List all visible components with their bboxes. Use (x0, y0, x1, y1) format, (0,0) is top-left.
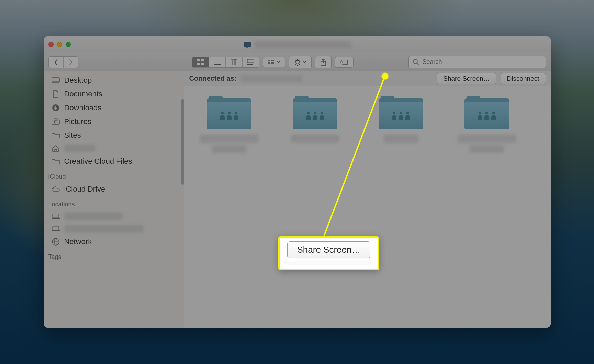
svg-point-18 (296, 60, 299, 64)
globe-icon (51, 238, 60, 246)
gear-icon (294, 59, 301, 66)
shared-folder-icon (464, 96, 509, 130)
close-button[interactable] (48, 42, 54, 47)
window-controls (48, 42, 71, 47)
redacted-label (384, 135, 418, 143)
icon-view-button[interactable] (192, 57, 209, 67)
desktop-icon (51, 77, 60, 84)
finder-window: Desktop Documents Downloads Pictures Sit… (44, 36, 551, 328)
sidebar-item-location-2[interactable] (44, 223, 184, 235)
svg-rect-1 (201, 59, 204, 61)
sidebar-item-label: Network (64, 237, 92, 246)
sidebar-item-network[interactable]: Network (44, 235, 184, 249)
redacted-label (200, 135, 258, 143)
redacted-label (64, 145, 95, 152)
svg-line-25 (295, 64, 296, 65)
sidebar-item-documents[interactable]: Documents (44, 87, 184, 101)
forward-button[interactable] (63, 57, 78, 68)
folder-icon (51, 158, 60, 165)
svg-rect-37 (53, 214, 59, 218)
folder-icon (51, 132, 60, 139)
list-view-button[interactable] (209, 57, 225, 67)
shared-folder-item[interactable] (195, 96, 264, 317)
svg-line-30 (417, 63, 419, 65)
maximize-button[interactable] (66, 42, 71, 47)
connected-user-redacted (240, 75, 302, 82)
redacted-label (470, 145, 504, 153)
svg-rect-7 (231, 59, 232, 65)
svg-point-28 (342, 61, 343, 62)
svg-point-29 (413, 59, 417, 64)
sidebar-item-label: Documents (64, 90, 102, 99)
sidebar-item-desktop[interactable]: Desktop (44, 73, 184, 87)
svg-rect-2 (197, 63, 200, 65)
svg-rect-17 (271, 62, 274, 64)
callout-decoration (284, 261, 373, 265)
titlebar (44, 36, 551, 53)
sidebar-item-label: Sites (64, 131, 81, 140)
download-icon (51, 104, 60, 112)
column-view-button[interactable] (225, 57, 242, 67)
search-icon (413, 59, 419, 65)
sidebar-item-downloads[interactable]: Downloads (44, 101, 184, 115)
laptop-icon (51, 225, 60, 232)
disconnect-button[interactable]: Disconnect (501, 73, 546, 84)
shared-folder-icon (293, 96, 337, 130)
sidebar-item-sites[interactable]: Sites (44, 128, 184, 142)
shared-folder-item[interactable] (452, 96, 521, 317)
redacted-label (458, 135, 516, 143)
svg-rect-9 (235, 59, 237, 65)
annotation-dot (382, 73, 388, 79)
computer-icon (244, 42, 251, 47)
tags-button[interactable] (335, 57, 354, 68)
files-grid (184, 86, 551, 328)
minimize-button[interactable] (57, 42, 62, 47)
sidebar-item-icloud-drive[interactable]: iCloud Drive (44, 182, 184, 196)
redacted-label (212, 145, 246, 153)
scrollbar[interactable] (181, 99, 184, 185)
svg-rect-14 (268, 60, 270, 61)
sidebar-item-location-1[interactable] (44, 210, 184, 223)
nav-buttons (48, 56, 78, 68)
back-button[interactable] (49, 57, 63, 68)
action-menu-button[interactable] (289, 56, 312, 68)
svg-line-24 (299, 64, 300, 65)
connection-bar: Connected as: Share Screen… Disconnect (184, 71, 551, 86)
sidebar-item-home[interactable] (44, 142, 184, 155)
shared-folder-item[interactable] (281, 96, 349, 317)
sidebar: Desktop Documents Downloads Pictures Sit… (44, 71, 184, 328)
sidebar-item-pictures[interactable]: Pictures (44, 115, 184, 128)
sidebar-item-label: Pictures (64, 117, 91, 126)
connected-as-label: Connected as: (189, 75, 237, 82)
svg-rect-31 (52, 78, 59, 82)
share-screen-button[interactable]: Share Screen… (437, 73, 496, 84)
search-input[interactable] (423, 58, 541, 66)
group-by-button[interactable] (263, 57, 285, 67)
svg-rect-12 (249, 64, 251, 65)
content-area: Connected as: Share Screen… Disconnect (184, 71, 551, 328)
annotation-callout: Share Screen… (278, 236, 379, 270)
svg-line-23 (295, 60, 296, 60)
sidebar-heading-icloud: iCloud (44, 168, 184, 182)
svg-rect-39 (53, 226, 59, 230)
svg-rect-0 (197, 59, 200, 61)
share-icon (320, 59, 326, 66)
redacted-label (291, 135, 339, 143)
redacted-label (64, 213, 123, 220)
shared-folder-icon (207, 96, 251, 130)
sidebar-item-label: Downloads (64, 103, 102, 112)
sidebar-item-creative-cloud[interactable]: Creative Cloud Files (44, 155, 184, 168)
chevron-down-icon (277, 61, 280, 64)
svg-rect-10 (247, 59, 254, 63)
svg-rect-15 (271, 60, 274, 61)
search-field[interactable] (408, 56, 546, 68)
svg-line-26 (299, 60, 300, 60)
svg-rect-16 (268, 62, 270, 64)
gallery-view-button[interactable] (242, 57, 259, 67)
sidebar-item-label: iCloud Drive (64, 185, 105, 194)
svg-rect-11 (247, 64, 249, 65)
share-button[interactable] (315, 56, 332, 68)
svg-rect-8 (233, 59, 235, 65)
svg-rect-13 (251, 64, 253, 65)
shared-folder-item[interactable] (367, 96, 435, 317)
